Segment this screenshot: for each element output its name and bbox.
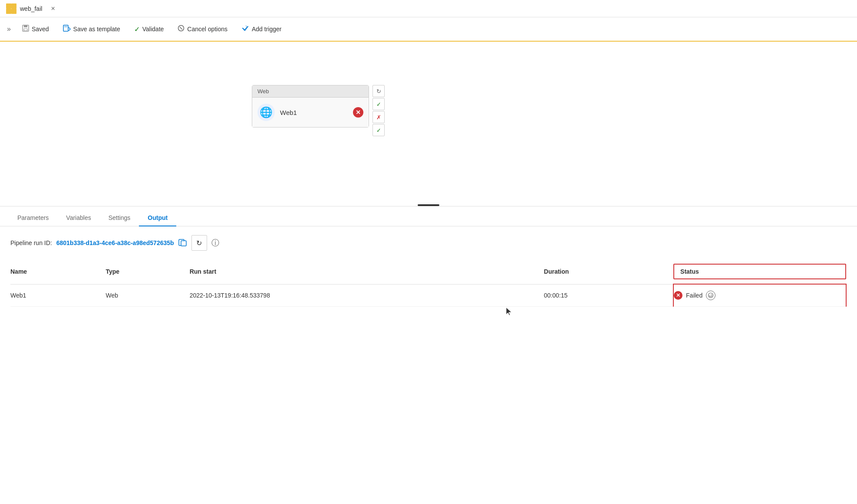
saved-button[interactable]: Saved [16, 22, 55, 36]
save-icon [22, 25, 29, 33]
status-monitor-icon[interactable] [706, 291, 715, 300]
col-header-duration: Duration [544, 259, 673, 284]
cell-runstart: 2022-10-13T19:16:48.533798 [190, 284, 544, 307]
copy-run-id-icon[interactable] [178, 239, 187, 247]
title-text: web_fail [20, 5, 42, 12]
node-cross-icon[interactable]: ✗ [372, 111, 385, 123]
node-name: Web1 [280, 109, 348, 116]
col-header-runstart: Run start [190, 259, 544, 284]
title-bar: web_fail × [0, 0, 857, 17]
svg-rect-0 [6, 3, 11, 9]
svg-line-14 [711, 294, 712, 295]
cancel-options-button[interactable]: Cancel options [171, 22, 234, 36]
status-cell: ✕ Failed [674, 291, 846, 300]
svg-rect-12 [181, 241, 186, 246]
saved-label: Saved [32, 26, 49, 33]
globe-icon: 🌐 [257, 104, 275, 121]
node-refresh-icon[interactable]: ↻ [372, 85, 385, 97]
run-table: Name Type Run start Duration Status Web1… [10, 259, 847, 307]
tab-variables[interactable]: Variables [57, 210, 99, 226]
minimize-bar[interactable] [418, 204, 439, 206]
validate-label: Validate [142, 26, 164, 33]
tab-parameters[interactable]: Parameters [9, 210, 57, 226]
status-failed-label: Failed [686, 292, 702, 299]
svg-line-10 [180, 27, 182, 29]
cell-duration: 00:00:15 [544, 284, 673, 307]
svg-rect-6 [24, 29, 27, 31]
tab-output[interactable]: Output [139, 210, 176, 226]
output-panel: Pipeline run ID: 6801b338-d1a3-4ce6-a38c… [0, 226, 857, 333]
svg-rect-5 [24, 25, 27, 27]
save-as-template-label: Save as template [73, 26, 120, 33]
svg-rect-1 [11, 3, 16, 9]
col-header-name: Name [10, 259, 106, 284]
cursor-area [10, 307, 847, 324]
validate-icon: ✓ [134, 25, 140, 33]
cursor-indicator [505, 307, 512, 316]
canvas-area[interactable]: Web 🌐 Web1 ✕ ↻ ✓ ✗ ✓ [0, 42, 857, 206]
close-icon[interactable]: × [51, 5, 55, 12]
table-row: Web1 Web 2022-10-13T19:16:48.533798 00:0… [10, 284, 846, 307]
cancel-options-label: Cancel options [187, 26, 227, 33]
node-side-actions: ↻ ✓ ✗ ✓ [372, 85, 385, 136]
cell-type: Web [106, 284, 190, 307]
app-logo: web_fail [5, 3, 42, 15]
add-trigger-button[interactable]: Add trigger [235, 22, 287, 36]
svg-rect-8 [64, 26, 67, 27]
info-icon[interactable]: ⓘ [211, 238, 219, 248]
cell-name: Web1 [10, 284, 106, 307]
pipeline-run-id: 6801b338-d1a3-4ce6-a38c-a98ed572635b [56, 239, 174, 246]
tab-settings[interactable]: Settings [100, 210, 139, 226]
node-header: Web [252, 85, 369, 98]
svg-rect-3 [11, 9, 16, 14]
validate-button[interactable]: ✓ Validate [128, 23, 170, 36]
col-header-type: Type [106, 259, 190, 284]
collapse-icon[interactable]: » [7, 25, 11, 33]
pipeline-node-wrapper: Web 🌐 Web1 ✕ ↻ ✓ ✗ ✓ [252, 85, 369, 128]
cell-status: ✕ Failed [673, 284, 846, 307]
add-trigger-label: Add trigger [252, 26, 281, 33]
node-body: 🌐 Web1 ✕ [252, 98, 369, 127]
refresh-run-button[interactable]: ↻ [191, 235, 207, 251]
node-error-icon: ✕ [353, 107, 363, 118]
node-check2-icon[interactable]: ✓ [372, 124, 385, 136]
tabs-bar: Parameters Variables Settings Output [0, 206, 857, 226]
add-trigger-icon [241, 25, 249, 33]
node-check1-icon[interactable]: ✓ [372, 98, 385, 110]
status-header-highlighted: Status [673, 264, 846, 279]
cancel-icon [178, 25, 185, 33]
toolbar: » Saved Save as template ✓ Validate [0, 17, 857, 42]
pipeline-run-label: Pipeline run ID: [10, 239, 52, 246]
save-as-template-button[interactable]: Save as template [57, 22, 126, 36]
status-error-icon: ✕ [674, 291, 682, 300]
pipeline-node[interactable]: Web 🌐 Web1 ✕ [252, 85, 369, 128]
save-template-icon [63, 25, 71, 33]
col-header-status: Status [673, 259, 846, 284]
svg-rect-2 [6, 9, 11, 14]
pipeline-run-row: Pipeline run ID: 6801b338-d1a3-4ce6-a38c… [10, 235, 847, 251]
